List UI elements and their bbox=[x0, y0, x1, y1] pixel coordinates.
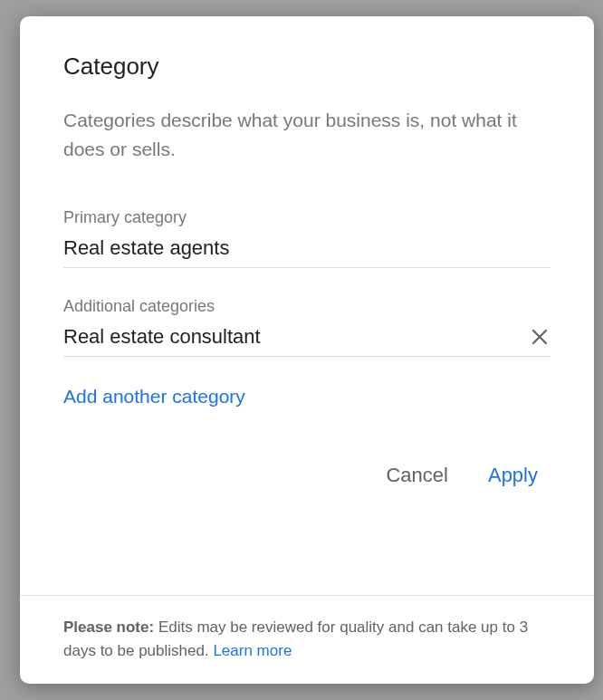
primary-category-row bbox=[63, 236, 550, 268]
footer-note-prefix: Please note: bbox=[63, 618, 154, 636]
modal-description: Categories describe what your business i… bbox=[63, 106, 550, 163]
modal-footer-note: Please note: Edits may be reviewed for q… bbox=[20, 595, 594, 684]
modal-body: Category Categories describe what your b… bbox=[20, 16, 594, 595]
learn-more-link[interactable]: Learn more bbox=[213, 642, 292, 659]
modal-actions: Cancel Apply bbox=[63, 458, 550, 493]
primary-category-input[interactable] bbox=[63, 236, 550, 260]
apply-button[interactable]: Apply bbox=[484, 458, 541, 493]
cancel-button[interactable]: Cancel bbox=[382, 458, 451, 493]
remove-category-icon[interactable] bbox=[529, 326, 550, 348]
add-another-category-link[interactable]: Add another category bbox=[63, 386, 245, 407]
additional-category-row bbox=[63, 325, 550, 357]
additional-category-input[interactable] bbox=[63, 325, 514, 349]
category-modal: Category Categories describe what your b… bbox=[20, 16, 594, 684]
modal-title: Category bbox=[63, 53, 550, 81]
additional-categories-label: Additional categories bbox=[63, 297, 550, 316]
primary-category-label: Primary category bbox=[63, 208, 550, 227]
